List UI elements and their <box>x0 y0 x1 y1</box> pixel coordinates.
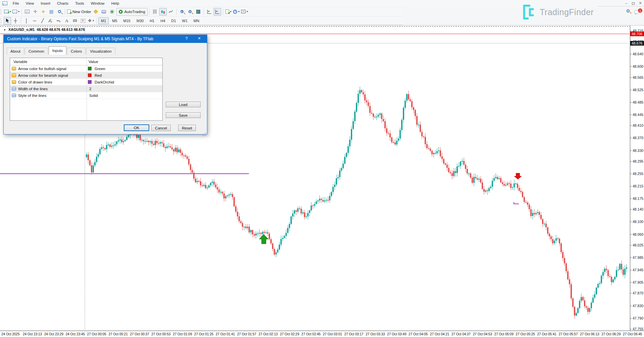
label-t-button[interactable]: T <box>79 17 87 24</box>
close-window-button[interactable]: ✕ <box>637 1 643 5</box>
terminal-button[interactable]: ▤ <box>48 8 55 15</box>
periods-button[interactable]: ▾ <box>233 8 240 15</box>
table-header-row: Variable Value <box>10 58 162 65</box>
metaeditor-button[interactable] <box>92 8 100 15</box>
arrows-icon: ❖ <box>88 18 92 23</box>
arrows-button[interactable]: ❖▾ <box>87 17 95 24</box>
bar-chart-button[interactable] <box>151 8 159 15</box>
metaeditor-icon <box>94 9 98 14</box>
bid-price-badge: 48.676 <box>630 41 644 46</box>
save-button[interactable]: Save <box>166 112 201 118</box>
table-row[interactable]: 123Width of the lines2 <box>10 86 162 92</box>
broadcast-button[interactable] <box>108 8 116 15</box>
timeframe-m1-button[interactable]: M1 <box>98 17 109 24</box>
timeframe-m30-button[interactable]: M30 <box>134 17 146 24</box>
candlestick-button[interactable] <box>159 8 167 15</box>
separator <box>149 9 150 15</box>
new-order-button[interactable]: New Order <box>67 8 92 15</box>
profiles-button[interactable]: ▾ <box>12 8 20 15</box>
menu-item-tools[interactable]: Tools <box>72 0 88 6</box>
ok-button[interactable]: OK <box>124 124 149 131</box>
price-tick-label: 47.905 <box>633 280 643 284</box>
timeframe-m5-button[interactable]: M5 <box>109 17 120 24</box>
text-label-button[interactable] <box>71 17 78 24</box>
menu-item-help[interactable]: Help <box>108 0 123 6</box>
reset-button[interactable]: Reset <box>178 125 196 131</box>
divider <box>598 6 644 6</box>
tile-windows-button[interactable] <box>195 8 202 15</box>
market-watch-button[interactable] <box>23 8 31 15</box>
tab-inputs[interactable]: Inputs <box>49 46 66 55</box>
table-row[interactable]: Arrow color for bearish signalRed <box>10 72 162 79</box>
zoom-out-button[interactable]: − <box>186 8 194 15</box>
label-icon <box>73 19 77 22</box>
cancel-button[interactable]: Cancel <box>151 125 171 131</box>
menu-item-window[interactable]: Window <box>88 0 108 6</box>
navigator-button[interactable]: ★ <box>40 8 47 15</box>
trendline-button[interactable]: ╱ <box>39 17 46 24</box>
time-scale[interactable]: 24 Oct 202524 Oct 23:1324 Oct 23:2924 Oc… <box>0 331 644 337</box>
timeframe-d1-button[interactable]: D1 <box>169 17 179 24</box>
search-icon[interactable] <box>627 9 630 12</box>
print-button[interactable] <box>100 8 108 15</box>
tab-about[interactable]: About <box>7 48 24 55</box>
zoom-in-button[interactable]: + <box>178 8 186 15</box>
line-chart-button[interactable] <box>167 8 175 15</box>
load-button[interactable]: Load <box>166 102 201 107</box>
cursor-button[interactable] <box>4 17 11 24</box>
vertical-line-button[interactable]: │ <box>23 17 30 24</box>
dialog-close-button[interactable]: ✕ <box>196 36 202 42</box>
separator <box>21 9 22 15</box>
tab-common[interactable]: Common <box>25 48 48 55</box>
horizontal-line-button[interactable]: ─ <box>31 17 38 24</box>
color-swatch <box>88 73 92 77</box>
dialog-title-bar[interactable]: Custom Indicator - Binary Options Fast S… <box>4 35 207 43</box>
menu-item-file[interactable]: File <box>9 0 22 6</box>
menu-item-insert[interactable]: Insert <box>37 0 54 6</box>
timeframe-h4-button[interactable]: H4 <box>158 17 168 24</box>
number-input-icon: 123 <box>12 94 16 97</box>
price-tick-label: 48.175 <box>633 196 643 201</box>
toolbar-grip[interactable] <box>1 9 2 14</box>
timeframe-m15-button[interactable]: M15 <box>121 17 133 24</box>
time-tick-label: 27 Oct 05:57 <box>558 332 578 336</box>
separator <box>223 9 223 15</box>
timeframe-h1-button[interactable]: H1 <box>147 17 157 24</box>
time-tick-label: 27 Oct 06:45 <box>623 332 642 336</box>
templates-button[interactable]: ≈▾ <box>241 8 248 15</box>
indicators-button[interactable]: ▾ <box>225 8 232 15</box>
text-button[interactable]: A <box>63 17 70 24</box>
resize-grip[interactable] <box>205 132 206 133</box>
tab-visualization[interactable]: Visualization <box>86 48 115 55</box>
crosshair-button[interactable]: ┼ <box>12 17 19 24</box>
new-chart-button[interactable]: ▾ <box>4 8 11 15</box>
table-row[interactable]: 123Style of the linesSolid <box>10 92 162 99</box>
menu-item-charts[interactable]: Charts <box>54 0 72 6</box>
chart-shift-button[interactable] <box>214 8 221 15</box>
timeframe-mn-button[interactable]: MN <box>191 17 202 24</box>
auto-scroll-button[interactable] <box>206 8 213 15</box>
price-scale[interactable]: 48.71548.68048.64048.60048.56548.52548.4… <box>630 25 644 331</box>
table-row[interactable]: Color of drawn linesDarkOrchid <box>10 79 162 86</box>
strategy-tester-button[interactable] <box>56 8 63 15</box>
minimize-button[interactable]: – <box>623 1 629 5</box>
restore-button[interactable] <box>632 2 635 5</box>
table-row[interactable]: Arrow color for bullish signalGreen <box>10 65 162 72</box>
menu-item-view[interactable]: View <box>22 0 38 6</box>
collapse-icon[interactable]: ▼ <box>3 29 6 32</box>
timeframe-w1-button[interactable]: W1 <box>179 17 191 24</box>
time-tick-label: 27 Oct 00:37 <box>130 332 149 336</box>
toolbar-grip[interactable] <box>1 18 2 23</box>
dialog-help-button[interactable]: ? <box>183 36 190 42</box>
time-tick-label: 27 Oct 03:33 <box>366 332 385 336</box>
time-tick-label: 24 Oct 23:45 <box>66 332 85 336</box>
price-tick-label: 48.565 <box>633 75 643 79</box>
profiles-icon <box>12 10 17 13</box>
data-window-button[interactable]: ✛ <box>32 8 39 15</box>
autotrading-button[interactable]: AutoTrading <box>116 8 148 15</box>
fibonacci-button[interactable]: ┅F <box>55 17 62 24</box>
bar-chart-icon <box>153 9 157 14</box>
price-tick-label: 47.790 <box>633 316 643 320</box>
equidistant-channel-button[interactable]: ∕∕E <box>47 17 54 24</box>
tab-colors[interactable]: Colors <box>67 48 86 55</box>
